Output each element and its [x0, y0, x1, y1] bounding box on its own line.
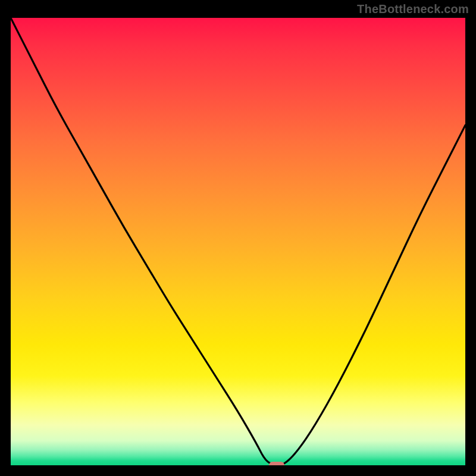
plot-area: [11, 18, 465, 465]
curve-path: [11, 18, 465, 465]
chart-frame: TheBottleneck.com: [0, 0, 476, 476]
curve-layer: [11, 18, 465, 465]
minimum-marker: [269, 462, 284, 465]
watermark-label: TheBottleneck.com: [357, 2, 469, 16]
